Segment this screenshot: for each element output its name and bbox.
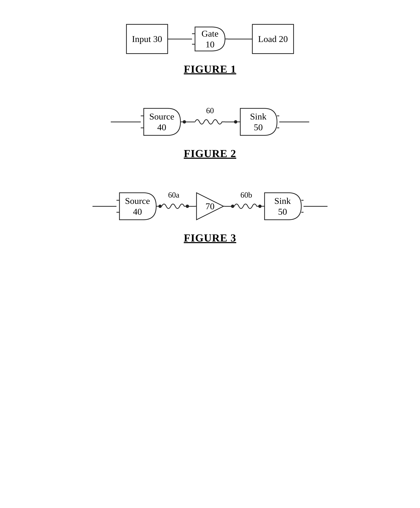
sink50-label-fig2: Sink50 [250,111,267,133]
figure1-label: FIGURE 1 [184,63,236,75]
wire-input-gate [168,39,192,39]
source40-gate-fig3: Source40 [116,190,158,223]
sink50-label-fig3: Sink50 [274,195,291,217]
figure1-diagram: Input 30 Gate10 Load 20 [126,24,294,54]
gate10-label: Gate10 [202,28,218,50]
squiggle-b-label-fig3: 60b [240,191,252,199]
wire-right-fig3 [304,206,328,207]
squiggle-b-svg-fig3 [234,202,258,210]
squiggle-a-label-fig3: 60a [168,191,179,199]
gate10-shape: Gate10 [192,24,228,54]
squiggle-svg-fig2 [195,118,225,126]
dot-right-fig2 [234,120,237,124]
squiggle-a-fig3: 60a [162,202,186,210]
squiggle-a-svg-fig3 [162,202,186,210]
sink50-gate-fig3: Sink50 [262,190,304,223]
figure1-section: Input 30 Gate10 Load 20 FIGURE 1 [9,12,411,75]
figure2-label: FIGURE 2 [184,147,236,160]
wire-pre-buffer-fig3 [189,206,195,207]
dot3-fig3 [231,205,234,208]
source40-label-fig2: Source40 [149,111,174,133]
source40-gate-fig2: Source40 [141,105,183,138]
dot-left-fig2 [183,120,186,124]
input30-box: Input 30 [126,24,168,54]
sink50-gate-fig2: Sink50 [237,105,279,138]
wire-pre-squiggle-fig2 [186,122,195,122]
buffer70-label: 70 [205,201,215,211]
dot2-fig3 [186,205,189,208]
wire-post-buffer-fig3 [225,206,231,207]
dot4-fig3 [258,205,262,208]
source40-label-fig3: Source40 [125,195,150,217]
squiggle-fig2: 60 [195,118,225,126]
squiggle-b-fig3: 60b [234,202,258,210]
wire-left-fig3 [92,206,116,207]
figure3-label: FIGURE 3 [184,232,236,244]
load20-label: Load 20 [258,34,288,44]
wire-left-fig2 [111,122,141,122]
figure3-diagram: Source40 60a 70 [92,190,328,223]
load20-box: Load 20 [252,24,294,54]
figure3-section: Source40 60a 70 [9,178,411,244]
figure2-diagram: Source40 60 [111,105,309,138]
wire-gate-load [228,39,252,39]
figure2-section: Source40 60 [9,93,411,160]
squiggle-label-fig2: 60 [206,106,214,115]
buffer70-shape: 70 [195,191,225,221]
input30-label: Input 30 [132,34,162,44]
dot1-fig3 [158,205,162,208]
wire-post-squiggle-fig2 [225,122,234,122]
wire-right-fig2 [279,122,309,122]
